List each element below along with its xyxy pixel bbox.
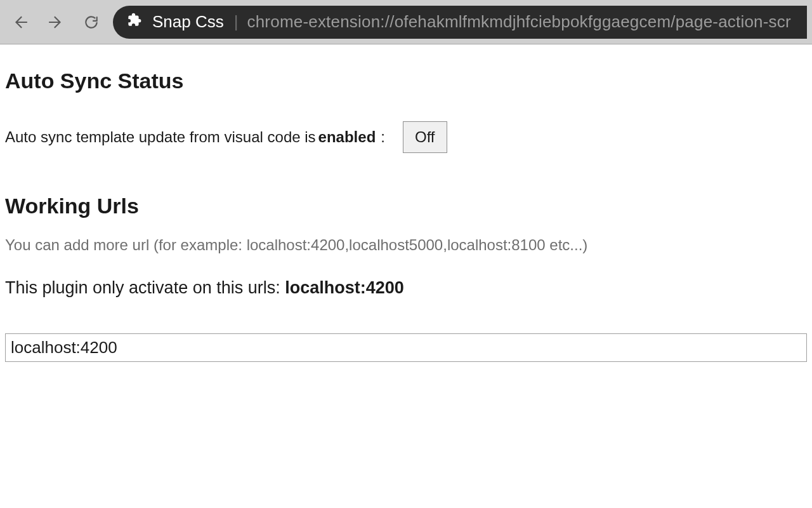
arrow-left-icon <box>12 14 29 30</box>
auto-sync-state: enabled <box>318 128 376 146</box>
toggle-sync-button[interactable]: Off <box>403 121 447 153</box>
auto-sync-lead: Auto sync template update from visual co… <box>5 128 316 146</box>
reload-button[interactable] <box>77 8 105 36</box>
urls-input[interactable] <box>5 333 807 362</box>
reload-icon <box>83 14 100 30</box>
auto-sync-colon: : <box>381 128 385 146</box>
forward-button[interactable] <box>42 8 70 36</box>
address-separator: | <box>234 12 239 32</box>
browser-toolbar: Snap Css | chrome-extension://ofehakmlfm… <box>0 0 812 44</box>
arrow-right-icon <box>48 14 64 30</box>
address-bar[interactable]: Snap Css | chrome-extension://ofehakmlfm… <box>113 6 807 39</box>
working-urls-heading: Working Urls <box>5 194 807 218</box>
extension-icon <box>126 11 142 32</box>
activate-line: This plugin only activate on this urls: … <box>5 278 807 298</box>
active-host: localhost:4200 <box>285 278 404 297</box>
extension-name: Snap Css <box>152 12 224 32</box>
auto-sync-heading: Auto Sync Status <box>5 69 807 93</box>
working-urls-hint: You can add more url (for example: local… <box>5 236 807 254</box>
page-content: Auto Sync Status Auto sync template upda… <box>0 44 812 362</box>
auto-sync-row: Auto sync template update from visual co… <box>5 121 807 153</box>
page-url: chrome-extension://ofehakmlfmkmdjhfciebp… <box>247 12 791 32</box>
back-button[interactable] <box>6 8 34 36</box>
activate-prefix: This plugin only activate on this urls: <box>5 278 285 297</box>
